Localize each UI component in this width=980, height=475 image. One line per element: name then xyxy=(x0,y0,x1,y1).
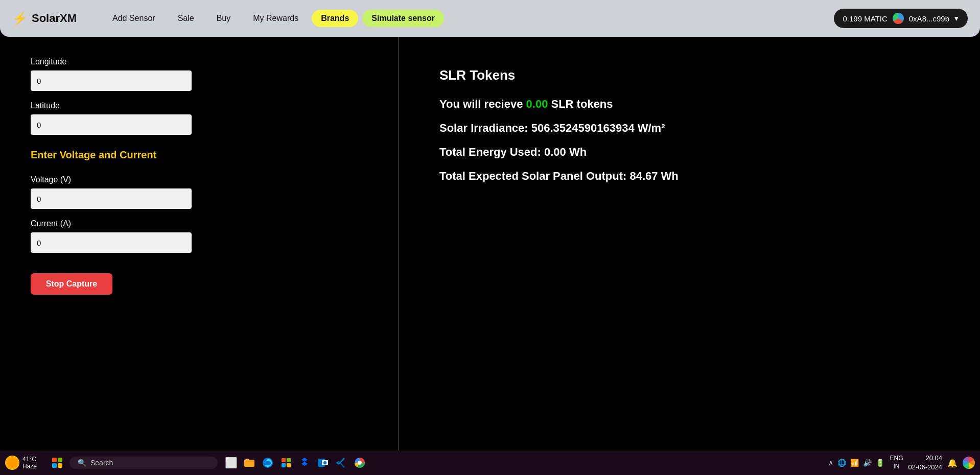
svg-rect-4 xyxy=(282,463,286,467)
wallet-address: 0xA8...c99b xyxy=(909,14,949,23)
svg-rect-5 xyxy=(287,463,291,467)
voltage-input[interactable] xyxy=(31,188,192,209)
chevron-down-icon: ▾ xyxy=(954,14,959,23)
weather-temp: 41°C xyxy=(22,456,37,463)
left-panel: Longitude Latitude Enter Voltage and Cur… xyxy=(0,37,399,450)
voltage-label: Voltage (V) xyxy=(31,175,367,184)
taskbar: 41°C Haze 🔍 Search ⬜ xyxy=(0,450,980,475)
slr-title: SLR Tokens xyxy=(439,67,939,83)
nav-buy[interactable]: Buy xyxy=(207,10,240,27)
outlook-icon[interactable] xyxy=(315,455,331,471)
svg-rect-3 xyxy=(287,458,291,462)
clock-date: 02-06-2024 xyxy=(908,463,943,472)
task-view-icon[interactable]: ⬜ xyxy=(223,455,239,471)
wallet-icon xyxy=(893,13,904,24)
right-panel: SLR Tokens You will recieve 0.00 SLR tok… xyxy=(399,37,980,450)
battery-icon: 🔋 xyxy=(876,459,884,467)
clock: 20:04 02-06-2024 xyxy=(908,454,943,472)
longitude-label: Longitude xyxy=(31,57,367,66)
vscode-icon[interactable] xyxy=(333,455,349,471)
latitude-label: Latitude xyxy=(31,101,367,110)
longitude-input[interactable] xyxy=(31,70,192,91)
edge-browser-icon[interactable] xyxy=(260,455,276,471)
nav-add-sensor[interactable]: Add Sensor xyxy=(103,10,165,27)
clock-time: 20:04 xyxy=(908,454,943,463)
svg-rect-0 xyxy=(244,460,254,467)
receive-prefix: You will recieve xyxy=(439,98,526,110)
network-icon: 🌐 xyxy=(837,459,846,467)
region-label: IN xyxy=(890,463,903,471)
voltage-current-section-title: Enter Voltage and Current xyxy=(31,149,367,161)
taskbar-right: ∧ 🌐 📶 🔊 🔋 ENG IN 20:04 02-06-2024 🔔 xyxy=(828,454,975,472)
windows-logo-icon xyxy=(52,458,62,468)
weather-icon xyxy=(5,456,19,470)
main-content: Longitude Latitude Enter Voltage and Cur… xyxy=(0,37,980,450)
search-label: Search xyxy=(90,459,113,467)
file-explorer-icon[interactable] xyxy=(241,455,258,471)
taskbar-search[interactable]: 🔍 Search xyxy=(69,457,218,469)
taskbar-colorball-icon xyxy=(963,457,975,469)
weather-widget: 41°C Haze xyxy=(5,456,41,470)
search-icon: 🔍 xyxy=(78,459,86,467)
bolt-icon: ⚡ xyxy=(12,11,28,26)
notification-icon[interactable]: 🔔 xyxy=(947,458,958,468)
chevron-up-icon[interactable]: ∧ xyxy=(828,459,833,467)
dropbox-icon[interactable] xyxy=(296,455,313,471)
volume-icon: 🔊 xyxy=(863,459,872,467)
lang-label: ENG xyxy=(890,455,903,463)
brand-logo[interactable]: ⚡ SolarXM xyxy=(12,11,77,26)
receive-amount: 0.00 xyxy=(526,98,548,110)
irradiance-line: Solar Irradiance: 506.3524590163934 W/m² xyxy=(439,120,939,136)
weather-desc: Haze xyxy=(22,463,37,470)
nav-brands[interactable]: Brands xyxy=(312,10,358,27)
stop-capture-button[interactable]: Stop Capture xyxy=(31,273,112,295)
nav-links: Add Sensor Sale Buy My Rewards Brands Si… xyxy=(103,10,817,27)
microsoft-store-icon[interactable] xyxy=(278,455,294,471)
nav-sale[interactable]: Sale xyxy=(169,10,203,27)
svg-point-10 xyxy=(358,461,362,465)
output-line: Total Expected Solar Panel Output: 84.67… xyxy=(439,168,939,184)
energy-line: Total Energy Used: 0.00 Wh xyxy=(439,144,939,160)
language-region: ENG IN xyxy=(890,455,903,470)
svg-rect-2 xyxy=(282,458,286,462)
current-label: Current (A) xyxy=(31,219,367,228)
start-button[interactable] xyxy=(48,456,66,470)
nav-my-rewards[interactable]: My Rewards xyxy=(244,10,308,27)
nav-simulate-sensor[interactable]: Simulate sensor xyxy=(362,10,444,27)
current-input[interactable] xyxy=(31,232,192,253)
system-tray: ∧ 🌐 📶 🔊 🔋 xyxy=(828,459,884,467)
chrome-icon[interactable] xyxy=(352,455,368,471)
receive-line: You will recieve 0.00 SLR tokens xyxy=(439,96,939,112)
brand-name: SolarXM xyxy=(32,12,77,25)
svg-point-8 xyxy=(323,461,326,464)
weather-text: 41°C Haze xyxy=(22,456,37,470)
navbar: ⚡ SolarXM Add Sensor Sale Buy My Rewards… xyxy=(0,0,980,37)
wallet-button[interactable]: 0.199 MATIC 0xA8...c99b ▾ xyxy=(834,9,968,28)
wifi-icon: 📶 xyxy=(850,459,859,467)
latitude-input[interactable] xyxy=(31,114,192,135)
wallet-matic: 0.199 MATIC xyxy=(843,14,888,23)
receive-suffix: SLR tokens xyxy=(548,98,613,110)
taskbar-app-icons: ⬜ xyxy=(223,455,368,471)
